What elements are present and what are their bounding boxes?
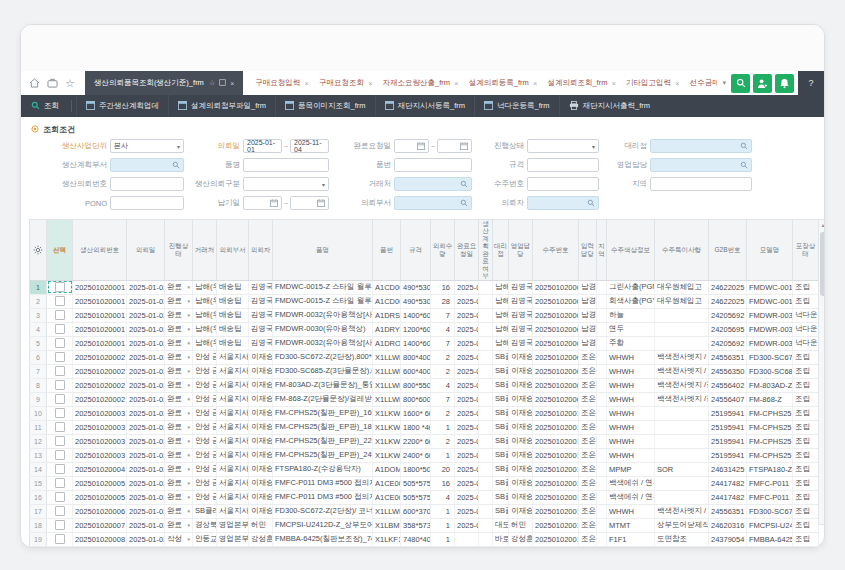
date-from-input[interactable] bbox=[394, 139, 429, 153]
row-select-cell[interactable] bbox=[47, 392, 73, 406]
tab-overflow-chevron-icon[interactable]: ▾ bbox=[722, 79, 726, 87]
column-header-g2b_no[interactable]: G2B번호 bbox=[709, 220, 747, 281]
filter-text-input[interactable] bbox=[650, 177, 752, 191]
filter-search-input[interactable] bbox=[650, 158, 752, 172]
grid-settings-gear-icon[interactable] bbox=[31, 245, 45, 255]
row-select-cell[interactable] bbox=[47, 504, 73, 518]
row-checkbox[interactable] bbox=[55, 338, 65, 348]
cell-status[interactable]: 완료▾ bbox=[165, 294, 193, 308]
filter-text-input[interactable] bbox=[394, 158, 472, 172]
filter-text-input[interactable] bbox=[110, 177, 184, 191]
close-icon[interactable]: × bbox=[675, 79, 680, 88]
row-checkbox[interactable] bbox=[55, 520, 65, 530]
row-select-cell[interactable] bbox=[47, 448, 73, 462]
column-header-order_no[interactable]: 수주번호 bbox=[533, 220, 579, 281]
column-header-region[interactable]: 지역 bbox=[597, 220, 607, 281]
favorite-icon[interactable]: ☆ bbox=[209, 79, 215, 87]
cell-status[interactable]: 완료▾ bbox=[165, 462, 193, 476]
row-select-cell[interactable] bbox=[47, 322, 73, 336]
row-checkbox[interactable] bbox=[55, 380, 65, 390]
row-checkbox[interactable] bbox=[55, 296, 65, 306]
column-header-order_color[interactable]: 수주색상정보 bbox=[607, 220, 655, 281]
column-header-order_note[interactable]: 수주특이사항 bbox=[655, 220, 709, 281]
column-header-status[interactable]: 진행상태 bbox=[165, 220, 193, 281]
cell-status[interactable]: 완료▾ bbox=[165, 420, 193, 434]
toolbar-button[interactable]: 주간생산계획업데 bbox=[76, 95, 168, 117]
vertical-scrollbar[interactable]: ▲ bbox=[818, 219, 825, 525]
row-checkbox[interactable] bbox=[55, 450, 65, 460]
column-header-select[interactable]: 선택 bbox=[47, 220, 73, 281]
close-icon[interactable]: × bbox=[533, 79, 538, 88]
tab-item[interactable]: 기타입고입력× bbox=[626, 78, 680, 88]
cell-status[interactable]: 완료▾ bbox=[165, 504, 193, 518]
cell-status[interactable]: 완료▾ bbox=[165, 406, 193, 420]
cell-status[interactable]: 완료▾ bbox=[165, 350, 193, 364]
column-header-spec[interactable]: 규격 bbox=[401, 220, 431, 281]
date-to-input[interactable] bbox=[437, 139, 472, 153]
column-header-packing[interactable]: 포장상태 bbox=[793, 220, 819, 281]
toolbar-button[interactable]: 재단지시서등록_frm bbox=[375, 95, 475, 117]
cell-status[interactable]: 작성▾ bbox=[165, 546, 193, 548]
column-header-request_no[interactable]: 생산의뢰번호 bbox=[73, 220, 127, 281]
row-select-cell[interactable] bbox=[47, 490, 73, 504]
filter-search-input[interactable] bbox=[394, 177, 472, 191]
row-checkbox[interactable] bbox=[55, 534, 65, 544]
filter-text-input[interactable] bbox=[243, 158, 329, 172]
cell-status[interactable]: 완료▾ bbox=[165, 364, 193, 378]
cell-status[interactable]: 완료▾ bbox=[165, 476, 193, 490]
row-select-cell[interactable] bbox=[47, 532, 73, 546]
cell-status[interactable]: 완료▾ bbox=[165, 336, 193, 350]
row-select-cell[interactable] bbox=[47, 434, 73, 448]
help-button[interactable]: ? bbox=[798, 71, 824, 95]
date-to-input[interactable]: 2025-11-04 bbox=[290, 139, 329, 153]
filter-search-input[interactable] bbox=[650, 139, 752, 153]
cell-status[interactable]: 완료▾ bbox=[165, 392, 193, 406]
column-header-sales_rep[interactable]: 영업담당 bbox=[509, 220, 533, 281]
row-checkbox[interactable] bbox=[55, 436, 65, 446]
date-from-input[interactable]: 2025-01-01 bbox=[243, 139, 282, 153]
tab-item[interactable]: 구매요청조회× bbox=[319, 78, 373, 88]
close-icon[interactable]: × bbox=[368, 79, 373, 88]
tab-item[interactable]: 자재소요량산출_frm× bbox=[383, 78, 459, 88]
home-icon[interactable] bbox=[29, 78, 40, 88]
date-to-input[interactable] bbox=[290, 196, 329, 210]
filter-search-input[interactable] bbox=[527, 196, 599, 210]
row-select-cell[interactable] bbox=[47, 364, 73, 378]
column-header-request_date[interactable]: 의뢰일 bbox=[127, 220, 165, 281]
close-icon[interactable]: × bbox=[611, 79, 616, 88]
row-select-cell[interactable] bbox=[47, 308, 73, 322]
filter-select[interactable]: 본사▾ bbox=[110, 139, 184, 153]
column-header-model[interactable]: 모델명 bbox=[747, 220, 793, 281]
row-select-cell[interactable] bbox=[47, 462, 73, 476]
row-select-cell[interactable] bbox=[47, 294, 73, 308]
column-header-requester[interactable]: 의뢰자 bbox=[249, 220, 273, 281]
row-select-cell[interactable] bbox=[47, 350, 73, 364]
toolbar-button[interactable]: 재단지시서출력_frm bbox=[559, 95, 660, 117]
scroll-up-icon[interactable]: ▲ bbox=[821, 220, 825, 230]
column-header-agency[interactable]: 대리점 bbox=[493, 220, 509, 281]
row-select-cell[interactable] bbox=[47, 546, 73, 548]
toolbar-button[interactable]: 설계의뢰첨부파일_frm bbox=[168, 95, 275, 117]
close-icon[interactable]: × bbox=[230, 80, 234, 87]
column-header-rownum[interactable] bbox=[30, 220, 47, 281]
column-header-complete_due[interactable]: 완료요청일 bbox=[455, 220, 479, 281]
column-header-entry_rep[interactable]: 입력담당 bbox=[579, 220, 597, 281]
row-select-cell[interactable] bbox=[47, 406, 73, 420]
column-header-item_no[interactable]: 품번 bbox=[373, 220, 401, 281]
toolbar-button[interactable]: 품목이미지조회_frm bbox=[275, 95, 375, 117]
filter-text-input[interactable] bbox=[527, 158, 599, 172]
row-checkbox[interactable] bbox=[55, 324, 65, 334]
row-checkbox[interactable] bbox=[55, 310, 65, 320]
tab-item[interactable]: 선수금매출세금계산서대체처리× bbox=[690, 78, 718, 88]
column-header-request_dept[interactable]: 의뢰부서 bbox=[217, 220, 249, 281]
popout-icon[interactable] bbox=[219, 79, 226, 87]
user-settings-button[interactable] bbox=[753, 74, 772, 93]
cell-status[interactable]: 완료▾ bbox=[165, 490, 193, 504]
filter-search-input[interactable] bbox=[110, 158, 184, 172]
search-run-button[interactable]: 조회 bbox=[29, 101, 67, 112]
cell-status[interactable]: 완료▾ bbox=[165, 280, 193, 294]
tab-active[interactable]: 생산의뢰품목조회(생산기준)_frm ☆ × bbox=[85, 71, 243, 95]
global-search-button[interactable] bbox=[731, 74, 750, 93]
close-icon[interactable]: × bbox=[304, 79, 309, 88]
row-select-cell[interactable] bbox=[47, 476, 73, 490]
